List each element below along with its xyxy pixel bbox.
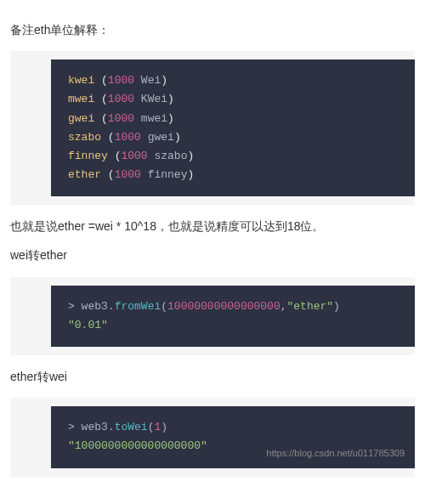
unit-num: 1000	[115, 168, 141, 181]
arg-number: 10000000000000000	[167, 300, 280, 313]
unit-num: 1000	[108, 74, 134, 87]
row-mwei: mwei (1000 KWei)	[68, 93, 174, 105]
unit-num: 1000	[121, 150, 147, 162]
paren-close: )	[161, 74, 167, 87]
unit-inner: finney	[141, 168, 188, 181]
code-wrap-towei: > web3.toWei(1) "1000000000000000000"htt…	[10, 398, 415, 476]
paren-open: (	[101, 74, 108, 87]
paren-close: )	[333, 300, 340, 313]
dot: .	[108, 300, 115, 313]
paren-open: (	[108, 131, 115, 144]
comma: ,	[280, 300, 287, 313]
row-finney: finney (1000 szabo)	[68, 150, 194, 162]
code-wrap-fromwei: > web3.fromWei(10000000000000000,"ether"…	[10, 277, 415, 355]
paren-close: )	[167, 93, 174, 105]
paragraph-wei-to-ether: wei转ether	[10, 246, 415, 264]
unit-inner: KWei	[134, 93, 167, 105]
method: toWei	[115, 421, 148, 433]
unit-name: ether	[68, 168, 101, 181]
unit-inner: gwei	[141, 131, 174, 144]
unit-num: 1000	[108, 112, 134, 125]
paren-close: )	[161, 421, 167, 433]
unit-name: gwei	[68, 112, 94, 125]
object: web3	[82, 421, 108, 433]
arg-string: "ether"	[287, 300, 334, 313]
paren-open: (	[108, 168, 115, 181]
result-string: "0.01"	[68, 319, 108, 331]
paragraph-precision: 也就是说ether =wei * 10^18，也就是说精度可以达到18位。	[10, 217, 415, 235]
paren-close: )	[174, 131, 181, 144]
unit-inner: szabo	[148, 150, 188, 162]
unit-num: 1000	[115, 131, 141, 144]
result-string: "1000000000000000000"	[68, 439, 207, 452]
paragraph-intro: 备注eth单位解释：	[10, 20, 415, 39]
unit-name: szabo	[68, 131, 101, 144]
object: web3	[82, 300, 108, 313]
unit-num: 1000	[108, 93, 134, 105]
paren-close: )	[187, 150, 194, 162]
code-wrap-units: kwei (1000 Wei) mwei (1000 KWei) gwei (1…	[10, 51, 415, 205]
method: fromWei	[115, 300, 162, 313]
paren-open: (	[101, 112, 108, 125]
row-kwei: kwei (1000 Wei)	[68, 74, 167, 87]
paren-close: )	[167, 112, 174, 125]
code-block-towei: > web3.toWei(1) "1000000000000000000"htt…	[51, 406, 415, 467]
paragraph-ether-to-wei: ether转wei	[10, 367, 415, 386]
dot: .	[108, 421, 115, 433]
row-gwei: gwei (1000 mwei)	[68, 112, 174, 125]
watermark-text: https://blog.csdn.net/u011785309	[266, 445, 405, 462]
unit-name: finney	[68, 150, 108, 162]
code-block-units: kwei (1000 Wei) mwei (1000 KWei) gwei (1…	[51, 59, 415, 196]
prompt: >	[68, 421, 82, 433]
code-block-fromwei: > web3.fromWei(10000000000000000,"ether"…	[51, 286, 415, 347]
row-szabo: szabo (1000 gwei)	[68, 131, 181, 144]
paren-close: )	[187, 168, 194, 181]
row-ether: ether (1000 finney)	[68, 168, 194, 181]
paren-open: (	[101, 93, 108, 105]
unit-inner: mwei	[134, 112, 167, 125]
unit-inner: Wei	[134, 74, 161, 87]
unit-name: kwei	[68, 74, 94, 87]
prompt: >	[68, 300, 82, 313]
paren-open: (	[161, 300, 167, 313]
unit-name: mwei	[68, 93, 94, 105]
